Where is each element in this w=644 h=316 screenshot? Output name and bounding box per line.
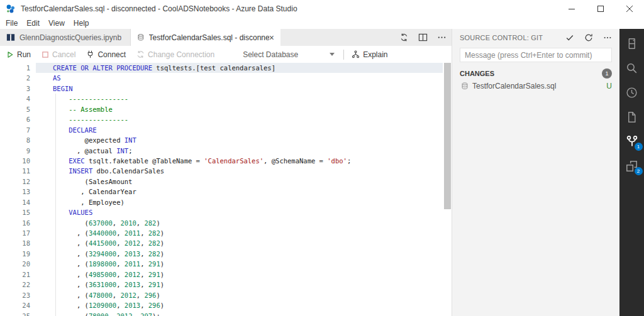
connect-button[interactable]: Connect	[86, 50, 126, 59]
extensions-badge: 2	[635, 167, 643, 175]
line-content: , (3631000, 2013, 291)	[36, 280, 443, 290]
line-number: 6	[0, 114, 30, 124]
code-line-21[interactable]: 21 , (4985000, 2012, 291)	[0, 270, 443, 280]
code-editor[interactable]: 1CREATE OR ALTER PROCEDURE tsqltests.[te…	[0, 63, 452, 316]
task-history-icon[interactable]	[625, 85, 639, 99]
chevron-down-icon	[330, 53, 335, 56]
query-toolbar: Run Cancel Connect Cha	[0, 46, 452, 63]
connections-icon[interactable]	[625, 36, 639, 50]
code-line-5[interactable]: 5 -- Assemble	[0, 104, 443, 114]
line-content: , (4415000, 2012, 282)	[36, 238, 443, 248]
minimize-button[interactable]	[557, 0, 586, 18]
line-number: 21	[0, 270, 30, 280]
menu-item-help[interactable]: Help	[74, 19, 89, 28]
line-number: 18	[0, 238, 30, 248]
code-line-6[interactable]: 6 ---------------	[0, 114, 443, 124]
line-content: AS	[36, 73, 443, 83]
window-title: TestforCalendarSales.sql - disconnected …	[21, 4, 297, 13]
tab-glenndiagnosticqueries[interactable]: GlennDiagnosticQueries.ipynb	[0, 29, 131, 46]
main-content: GlennDiagnosticQueries.ipynb TestforCale…	[0, 29, 644, 316]
scm-file-row[interactable]: TestforCalendarSales.sqlU	[452, 79, 619, 93]
search-icon[interactable]	[625, 61, 639, 75]
run-icon	[6, 51, 14, 58]
code-line-8[interactable]: 8 @expected INT	[0, 135, 443, 145]
code-lines: 1CREATE OR ALTER PROCEDURE tsqltests.[te…	[0, 63, 443, 316]
menu-item-file[interactable]: File	[6, 19, 18, 28]
sync-connection-icon[interactable]	[399, 33, 409, 42]
more-actions-icon[interactable]	[437, 33, 447, 42]
line-content: , (4985000, 2012, 291)	[36, 270, 443, 280]
extensions-icon[interactable]: 2	[625, 159, 639, 173]
code-line-9[interactable]: 9 , @actual INT;	[0, 146, 443, 156]
code-line-10[interactable]: 10 EXEC tsqlt.faketable @TableName = 'Ca…	[0, 156, 443, 166]
source-control-icon[interactable]: 1	[625, 134, 639, 148]
changes-label: CHANGES	[460, 70, 494, 77]
activity-bar: 1 2	[619, 29, 644, 316]
code-line-3[interactable]: 3BEGIN	[0, 84, 443, 94]
cancel-button: Cancel	[42, 50, 75, 59]
code-line-13[interactable]: 13 , CalendarYear	[0, 187, 443, 197]
line-number: 19	[0, 249, 30, 259]
line-content: CREATE OR ALTER PROCEDURE tsqltests.[tes…	[36, 63, 443, 73]
code-line-17[interactable]: 17 , (3440000, 2011, 282)	[0, 228, 443, 238]
line-content: (SalesAmount	[36, 177, 443, 187]
line-number: 17	[0, 228, 30, 238]
editor-scrollbar[interactable]	[443, 63, 452, 316]
scrollbar-thumb[interactable]	[444, 63, 451, 209]
code-line-2[interactable]: 2AS	[0, 73, 443, 83]
tab-bar: GlennDiagnosticQueries.ipynb TestforCale…	[0, 29, 452, 46]
code-line-25[interactable]: 25 , (78000, 2012, 297);	[0, 311, 443, 316]
line-number: 22	[0, 280, 30, 290]
menu-item-edit[interactable]: Edit	[26, 19, 40, 28]
scm-more-icon[interactable]	[603, 33, 612, 42]
explain-icon	[352, 50, 360, 58]
menu-item-view[interactable]: View	[48, 19, 65, 28]
code-line-1[interactable]: 1CREATE OR ALTER PROCEDURE tsqltests.[te…	[0, 63, 443, 73]
code-line-19[interactable]: 19 , (3294000, 2013, 282)	[0, 249, 443, 259]
database-icon	[461, 82, 469, 90]
scm-file-status-untracked: U	[606, 82, 612, 90]
refresh-icon[interactable]	[584, 33, 593, 42]
line-content: , (3294000, 2013, 282)	[36, 249, 443, 259]
editor-group: GlennDiagnosticQueries.ipynb TestforCale…	[0, 29, 452, 316]
explain-button[interactable]: Explain	[352, 50, 387, 59]
code-line-15[interactable]: 15 VALUES	[0, 207, 443, 217]
line-number: 14	[0, 197, 30, 207]
notebooks-icon[interactable]	[625, 110, 639, 124]
code-line-16[interactable]: 16 (637000, 2010, 282)	[0, 218, 443, 228]
scm-title: SOURCE CONTROL: GIT	[460, 34, 543, 41]
split-editor-icon[interactable]	[418, 33, 428, 42]
line-number: 15	[0, 207, 30, 217]
code-line-24[interactable]: 24 , (1209000, 2013, 296)	[0, 300, 443, 310]
notebook-icon	[6, 33, 15, 41]
close-window-button[interactable]	[615, 0, 644, 18]
code-line-22[interactable]: 22 , (3631000, 2013, 291)	[0, 280, 443, 290]
window-controls	[557, 0, 644, 18]
code-line-23[interactable]: 23 , (478000, 2012, 296)	[0, 290, 443, 300]
scm-header: SOURCE CONTROL: GIT	[452, 29, 619, 46]
line-number: 13	[0, 187, 30, 197]
commit-message-input[interactable]	[460, 48, 612, 62]
azure-data-studio-window: TestforCalendarSales.sql - disconnected …	[0, 0, 644, 316]
line-content: , (78000, 2012, 297);	[36, 311, 443, 316]
code-line-7[interactable]: 7 DECLARE	[0, 125, 443, 135]
code-line-11[interactable]: 11 INSERT dbo.CalendarSales	[0, 166, 443, 176]
database-icon	[137, 33, 145, 41]
source-control-panel: SOURCE CONTROL: GIT CHANGES 1 TestforCal…	[452, 29, 619, 316]
menu-bar: FileEditViewHelp	[0, 18, 644, 29]
code-line-4[interactable]: 4 ---------------	[0, 94, 443, 104]
code-line-18[interactable]: 18 , (4415000, 2012, 282)	[0, 238, 443, 248]
code-line-14[interactable]: 14 , Employee)	[0, 197, 443, 207]
select-database-dropdown[interactable]: Select Database	[243, 50, 335, 59]
editor-actions	[399, 29, 447, 46]
close-tab-icon[interactable]: ×	[269, 33, 274, 42]
tab-testforcalendarsales[interactable]: TestforCalendarSales.sql - disconnected …	[131, 29, 280, 46]
line-number: 24	[0, 300, 30, 310]
changes-section-header[interactable]: CHANGES 1	[452, 68, 619, 79]
maximize-button[interactable]	[586, 0, 615, 18]
commit-check-icon[interactable]	[565, 33, 574, 42]
code-line-12[interactable]: 12 (SalesAmount	[0, 177, 443, 187]
line-number: 2	[0, 73, 30, 83]
run-button[interactable]: Run	[6, 50, 31, 59]
code-line-20[interactable]: 20 , (1898000, 2011, 291)	[0, 259, 443, 269]
